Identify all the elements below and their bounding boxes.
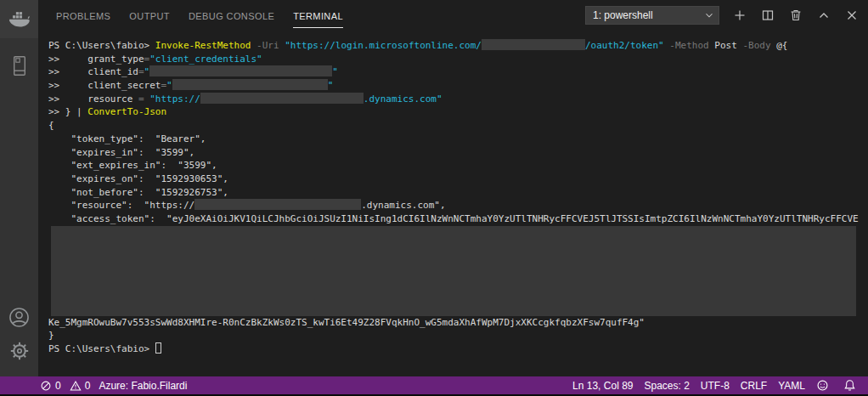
terminal-text: -Uri bbox=[256, 40, 279, 51]
indentation[interactable]: Spaces: 2 bbox=[644, 380, 689, 392]
terminal-output[interactable]: PS C:\Users\fabio> Invoke-RestMethod -Ur… bbox=[38, 30, 868, 376]
account-icon bbox=[8, 306, 31, 329]
tab-output[interactable]: OUTPUT bbox=[129, 3, 170, 27]
terminal-text: { bbox=[48, 120, 54, 131]
terminal-text: client_id bbox=[87, 66, 138, 77]
sidebar-item-settings[interactable] bbox=[0, 334, 38, 368]
status-label: Ln 13, Col 89 bbox=[572, 380, 633, 392]
notifications[interactable] bbox=[843, 379, 860, 392]
redacted-text bbox=[172, 79, 328, 90]
encoding[interactable]: UTF-8 bbox=[701, 380, 730, 392]
feedback-icon bbox=[816, 379, 829, 392]
terminal-line: "resource": "https://.dynamics.com", bbox=[48, 199, 860, 212]
terminal-text: client_secret bbox=[87, 80, 161, 91]
trash-icon bbox=[789, 8, 803, 22]
gear-icon bbox=[8, 340, 31, 362]
activity-bar bbox=[0, 0, 38, 376]
main-area: PROBLEMSOUTPUTDEBUG CONSOLETERMINAL 1: p… bbox=[0, 0, 868, 376]
terminal-line: >> resource = "https://.dynamics.com" bbox=[48, 93, 860, 106]
status-label: Spaces: 2 bbox=[644, 380, 689, 392]
terminal-text: "expires_in": "3599", bbox=[48, 147, 194, 158]
vscode-window: PROBLEMSOUTPUTDEBUG CONSOLETERMINAL 1: p… bbox=[0, 0, 868, 396]
terminal-text: PS C:\Users\fabio> bbox=[48, 343, 155, 354]
redacted-text bbox=[482, 39, 585, 50]
eol-sequence[interactable]: CRLF bbox=[741, 380, 767, 392]
status-label: UTF-8 bbox=[701, 380, 730, 392]
problems-errors[interactable]: 0 bbox=[40, 380, 61, 392]
error-icon bbox=[40, 380, 52, 392]
terminal-text: "expires_on": "1592930653", bbox=[48, 173, 228, 184]
status-bar: 00Azure: Fabio.Filardi Ln 13, Col 89Spac… bbox=[0, 376, 868, 394]
terminal-text: " bbox=[166, 80, 172, 91]
terminal-text: >> bbox=[48, 80, 87, 91]
terminal-text: "token_type": "Bearer", bbox=[48, 133, 206, 144]
terminal-line: "token_type": "Bearer", bbox=[48, 133, 860, 146]
terminal-text: "client_credentials" bbox=[149, 54, 262, 65]
terminal-line: { bbox=[48, 119, 860, 133]
terminal-selector[interactable]: 1: powershell bbox=[585, 6, 719, 25]
redacted-text bbox=[194, 199, 361, 210]
azure-account[interactable]: Azure: Fabio.Filardi bbox=[99, 380, 187, 392]
panel-tabs: PROBLEMSOUTPUTDEBUG CONSOLETERMINAL bbox=[56, 0, 362, 30]
terminal-text: " bbox=[328, 80, 334, 91]
terminal-text: "https:// bbox=[149, 93, 200, 105]
status-label: 0 bbox=[55, 380, 61, 392]
terminal-text: ConvertTo-Json bbox=[87, 106, 166, 117]
problems-warnings[interactable]: 0 bbox=[70, 380, 91, 392]
cursor-position[interactable]: Ln 13, Col 89 bbox=[572, 380, 633, 392]
redacted-text bbox=[200, 93, 364, 104]
terminal-line: >> grant_type="client_credentials" bbox=[48, 53, 860, 66]
tab-terminal[interactable]: TERMINAL bbox=[293, 3, 343, 28]
terminal-text: "ext_expires_in": "3599", bbox=[48, 160, 217, 171]
language-mode[interactable]: YAML bbox=[778, 380, 805, 392]
docker-whale-icon bbox=[8, 11, 31, 28]
terminal-text: >> } | bbox=[48, 106, 87, 117]
extension-panel-icon bbox=[10, 54, 29, 77]
panel-actions: 1: powershell bbox=[585, 6, 860, 25]
terminal-text: Invoke-RestMethod bbox=[155, 40, 251, 51]
terminal-text: >> bbox=[48, 54, 87, 65]
terminal-text: .dynamics.com" bbox=[364, 93, 442, 105]
sidebar-item-accounts[interactable] bbox=[0, 300, 38, 334]
panel-header: PROBLEMSOUTPUTDEBUG CONSOLETERMINAL 1: p… bbox=[38, 0, 868, 30]
terminal-text: -Body bbox=[742, 40, 770, 51]
terminal-text: " bbox=[332, 66, 338, 77]
split-editor-icon bbox=[761, 8, 775, 22]
chevron-down-icon bbox=[703, 9, 715, 21]
status-label: CRLF bbox=[741, 380, 767, 392]
terminal-text: = bbox=[138, 66, 144, 77]
terminal-text: "resource": "https:// bbox=[48, 200, 194, 211]
terminal-text: Post bbox=[714, 40, 737, 51]
bell-icon bbox=[843, 379, 856, 392]
split-terminal-button[interactable] bbox=[760, 7, 775, 24]
terminal-text: /oauth2/token" bbox=[585, 40, 664, 51]
feedback[interactable] bbox=[816, 379, 832, 392]
terminal-text: .dynamics.com", bbox=[361, 200, 445, 211]
terminal-line: >> client_id="" bbox=[48, 65, 860, 79]
terminal-text: " bbox=[144, 66, 150, 77]
new-terminal-button[interactable] bbox=[732, 7, 747, 24]
terminal-line: "access_token": "eyJ0eXAiOiJKV1QiLCJhbGc… bbox=[48, 212, 860, 226]
terminal-text: "https://login.microsoftonline.com/ bbox=[285, 40, 482, 51]
terminal-line: "not_before": "1592926753", bbox=[48, 186, 860, 200]
terminal-text: Ke_5MgmROwuBw7v553sSwWd8XHMIre-R0nCzBkZk… bbox=[48, 317, 645, 328]
close-icon bbox=[845, 8, 859, 22]
terminal-line: >> client_secret="" bbox=[48, 79, 860, 93]
status-label: Azure: Fabio.Filardi bbox=[99, 380, 187, 392]
terminal-text: >> bbox=[48, 66, 87, 77]
status-right: Ln 13, Col 89Spaces: 2UTF-8CRLFYAML bbox=[561, 379, 860, 392]
maximize-panel-button[interactable] bbox=[816, 7, 831, 24]
terminal-line: "expires_on": "1592930653", bbox=[48, 173, 860, 186]
chevron-up-icon bbox=[817, 8, 831, 22]
terminal-text: = bbox=[132, 93, 149, 105]
terminal-cursor bbox=[155, 342, 161, 354]
terminal-line: PS C:\Users\fabio> Invoke-RestMethod -Ur… bbox=[48, 39, 860, 53]
sidebar-item-docker[interactable] bbox=[0, 0, 38, 38]
tab-problems[interactable]: PROBLEMS bbox=[56, 3, 110, 27]
sidebar-item-remote-explorer[interactable] bbox=[0, 48, 38, 82]
terminal-text: resource bbox=[87, 93, 132, 105]
close-panel-button[interactable] bbox=[844, 7, 860, 24]
terminal-line: PS C:\Users\fabio> bbox=[48, 342, 860, 356]
tab-debug-console[interactable]: DEBUG CONSOLE bbox=[189, 3, 274, 27]
kill-terminal-button[interactable] bbox=[788, 7, 803, 24]
